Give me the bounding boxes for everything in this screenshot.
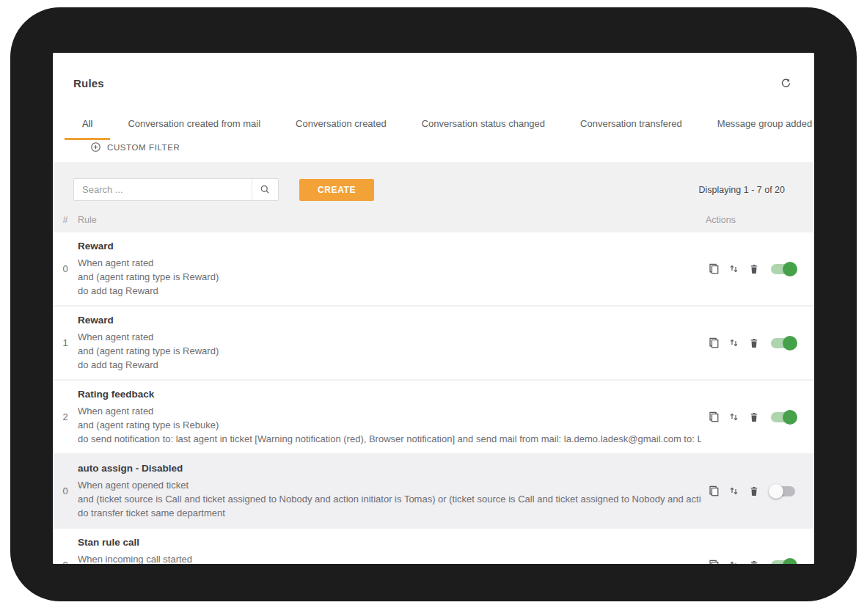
custom-filter-label: CUSTOM FILTER	[107, 143, 180, 152]
toggle-knob	[783, 558, 797, 565]
tab[interactable]: Conversation status changed	[404, 110, 563, 140]
rule-row: 0 Reward When agent ratedand (agent rati…	[53, 232, 814, 307]
rule-summary: Rating feedback When agent ratedand (age…	[78, 381, 704, 453]
enable-toggle[interactable]	[771, 560, 795, 565]
copy-button[interactable]	[704, 407, 724, 428]
reorder-icon	[728, 485, 739, 496]
enable-toggle[interactable]	[771, 338, 795, 348]
copy-button[interactable]	[704, 481, 724, 502]
reorder-button[interactable]	[724, 333, 744, 353]
copy-icon	[708, 411, 720, 423]
delete-button[interactable]	[744, 481, 764, 502]
create-button[interactable]: CREATE	[299, 179, 374, 201]
rule-summary: Reward When agent ratedand (agent rating…	[78, 307, 704, 379]
refresh-icon	[780, 77, 792, 89]
tab[interactable]: Message group added	[700, 110, 814, 140]
rules-panel: Rules AllConversation created from mailC…	[53, 53, 814, 564]
column-actions: Actions	[704, 215, 814, 225]
copy-button[interactable]	[704, 333, 724, 353]
rule-condition-line: do transfer ticket same department	[78, 506, 701, 520]
rule-summary: Stan rule call When incoming call starte…	[78, 529, 704, 564]
rule-summary: auto assign - Disabled When agent opened…	[78, 455, 704, 527]
rule-order-number: 0	[53, 455, 78, 527]
reorder-button[interactable]	[724, 407, 744, 428]
enable-toggle[interactable]	[771, 486, 795, 496]
rule-condition-line: When agent rated	[78, 330, 701, 344]
copy-icon	[708, 263, 720, 275]
rules-list-area: CREATE Displaying 1 - 7 of 20 # Rule Act…	[53, 162, 814, 564]
pagination-status: Displaying 1 - 7 of 20	[699, 185, 785, 195]
rule-row: 0 Stan rule call When incoming call star…	[53, 529, 814, 564]
rule-condition-line: do send notification to: last agent in t…	[78, 432, 701, 446]
search-button[interactable]	[252, 179, 278, 200]
rules-list: 0 Reward When agent ratedand (agent rati…	[53, 232, 814, 564]
tab[interactable]: All	[65, 110, 110, 140]
rule-description: When agent ratedand (agent rating type i…	[78, 256, 701, 298]
delete-button[interactable]	[744, 333, 764, 353]
trash-icon	[748, 337, 760, 349]
tab-label: Conversation status changed	[422, 118, 545, 129]
rule-description: When incoming call startedand (to number…	[78, 552, 701, 564]
reorder-button[interactable]	[724, 555, 744, 565]
reorder-icon	[728, 337, 739, 348]
reorder-icon	[728, 411, 739, 422]
rule-condition-line: do add tag Reward	[78, 358, 701, 372]
rule-description: When agent ratedand (agent rating type i…	[78, 330, 701, 372]
rule-condition-line: When agent rated	[78, 256, 701, 270]
reorder-button[interactable]	[724, 259, 744, 279]
circle-plus-icon	[90, 142, 101, 153]
trash-icon	[748, 263, 760, 275]
toggle-knob	[783, 336, 797, 351]
tab[interactable]: Conversation created	[278, 110, 404, 140]
rule-actions	[704, 232, 814, 305]
enable-toggle[interactable]	[771, 412, 795, 422]
rule-order-number: 2	[53, 381, 78, 453]
search-input[interactable]	[74, 179, 252, 200]
tab-label: Conversation created	[296, 118, 387, 129]
custom-filter-button[interactable]: CUSTOM FILTER	[90, 142, 814, 153]
page-title: Rules	[73, 77, 104, 89]
rule-actions	[704, 529, 814, 564]
rule-order-number: 0	[53, 529, 78, 564]
rule-condition-line: and (agent rating type is Reward)	[78, 344, 701, 358]
column-index: #	[53, 215, 78, 225]
rule-row: 1 Reward When agent ratedand (agent rati…	[53, 307, 814, 381]
search-group	[73, 178, 279, 201]
rule-condition-line: and (agent rating type is Reward)	[78, 270, 701, 284]
rule-condition-line: and (ticket source is Call and ticket as…	[78, 492, 701, 506]
rule-order-number: 0	[53, 232, 78, 305]
rule-row: 2 Rating feedback When agent ratedand (a…	[53, 381, 814, 455]
copy-button[interactable]	[704, 555, 724, 565]
reorder-button[interactable]	[724, 481, 744, 502]
rule-title: Reward	[78, 314, 701, 327]
trash-icon	[748, 560, 760, 565]
rule-description: When agent opened ticketand (ticket sour…	[78, 478, 701, 520]
column-rule: Rule	[78, 215, 704, 225]
enable-toggle[interactable]	[771, 264, 795, 274]
refresh-button[interactable]	[778, 75, 794, 91]
rule-condition-line: When incoming call started	[78, 552, 701, 564]
reorder-icon	[728, 560, 739, 564]
tab[interactable]: Conversation transfered	[563, 110, 700, 140]
rule-condition-line: and (agent rating type is Rebuke)	[78, 418, 701, 432]
copy-button[interactable]	[704, 259, 724, 279]
reorder-icon	[728, 263, 739, 274]
delete-button[interactable]	[744, 259, 764, 279]
trash-icon	[748, 411, 760, 423]
toggle-knob	[769, 484, 783, 499]
delete-button[interactable]	[744, 407, 764, 428]
rule-condition-line: When agent opened ticket	[78, 478, 701, 492]
table-header: # Rule Actions	[53, 201, 814, 232]
copy-icon	[708, 485, 720, 497]
tab[interactable]: Conversation created from mail	[110, 110, 278, 140]
toolbar: CREATE Displaying 1 - 7 of 20	[53, 162, 814, 201]
delete-button[interactable]	[744, 555, 764, 565]
tabs: AllConversation created from mailConvers…	[65, 110, 814, 140]
rule-summary: Reward When agent ratedand (agent rating…	[78, 232, 704, 305]
search-icon	[260, 184, 271, 195]
rule-description: When agent ratedand (agent rating type i…	[78, 404, 701, 446]
rule-condition-line: do add tag Reward	[78, 284, 701, 298]
rule-condition-line: When agent rated	[78, 404, 701, 418]
rule-title: Stan rule call	[78, 536, 701, 549]
rule-actions	[704, 381, 814, 453]
